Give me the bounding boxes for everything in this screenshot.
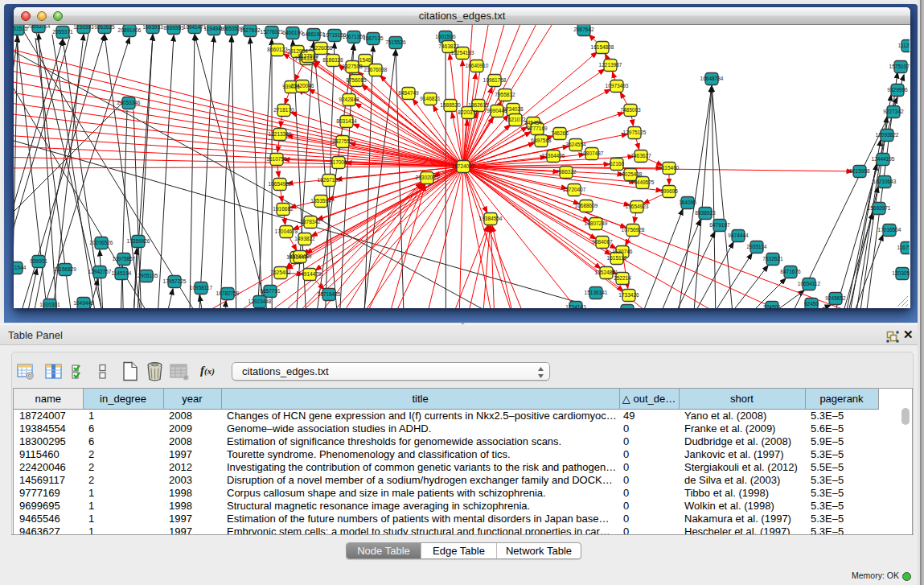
svg-text:16782759: 16782759	[216, 290, 240, 296]
svg-text:9827552: 9827552	[332, 138, 353, 144]
svg-text:2718170: 2718170	[273, 107, 294, 113]
svg-text:10688609: 10688609	[575, 203, 598, 208]
svg-text:20891406: 20891406	[118, 27, 142, 33]
svg-text:23226058: 23226058	[310, 45, 333, 51]
svg-text:10958117: 10958117	[190, 285, 213, 290]
svg-text:9262625: 9262625	[94, 25, 115, 30]
svg-text:1151515: 1151515	[14, 26, 28, 31]
svg-text:9146821: 9146821	[420, 96, 441, 101]
svg-text:10961758: 10961758	[483, 77, 507, 83]
svg-text:954512: 954512	[618, 307, 636, 308]
svg-text:1733426: 1733426	[618, 292, 639, 298]
svg-text:164095: 164095	[679, 200, 696, 205]
svg-text:1049449: 1049449	[73, 300, 94, 306]
svg-text:9327508: 9327508	[342, 64, 363, 69]
svg-text:15720407: 15720407	[563, 187, 586, 192]
svg-text:1112525: 1112525	[898, 43, 910, 48]
svg-text:9084067: 9084067	[592, 239, 613, 245]
svg-text:924501: 924501	[763, 304, 781, 308]
svg-text:12093822: 12093822	[876, 132, 899, 138]
svg-text:1610755: 1610755	[266, 156, 287, 162]
svg-text:8938923: 8938923	[695, 210, 716, 216]
svg-text:1615112: 1615112	[607, 255, 627, 261]
svg-text:12444195: 12444195	[872, 156, 895, 162]
svg-text:16648784: 16648784	[700, 76, 724, 81]
svg-text:1734143: 1734143	[565, 304, 586, 308]
svg-text:15276021: 15276021	[261, 29, 284, 35]
svg-text:117006: 117006	[330, 159, 347, 165]
svg-text:10654982: 10654982	[269, 181, 292, 187]
svg-text:11156829: 11156829	[54, 266, 76, 272]
svg-text:92450: 92450	[804, 301, 819, 307]
svg-text:10654112: 10654112	[798, 281, 821, 286]
svg-text:16640910: 16640910	[466, 63, 489, 68]
svg-text:10975857: 10975857	[113, 256, 136, 262]
svg-text:1001506: 1001506	[435, 34, 456, 39]
svg-text:746266: 746266	[551, 130, 569, 136]
svg-text:13449575: 13449575	[631, 179, 655, 185]
svg-text:10941471: 10941471	[183, 25, 207, 30]
svg-text:7625402: 7625402	[270, 270, 291, 275]
svg-text:3911544: 3911544	[14, 265, 27, 270]
svg-text:15136141: 15136141	[585, 290, 608, 295]
svg-text:1067135: 1067135	[363, 35, 384, 41]
svg-text:12213349: 12213349	[269, 131, 292, 137]
svg-text:23302035: 23302035	[416, 175, 439, 180]
svg-text:62160: 62160	[610, 161, 624, 167]
svg-text:9657791: 9657791	[260, 288, 281, 294]
svg-text:15751074: 15751074	[889, 64, 910, 69]
svg-text:20553714: 20553714	[27, 25, 51, 29]
svg-text:9474444: 9474444	[728, 233, 749, 238]
svg-text:10807487: 10807487	[581, 150, 604, 156]
svg-text:8471676: 8471676	[780, 269, 801, 274]
svg-text:13524851: 13524851	[595, 270, 618, 275]
svg-text:19654923: 19654923	[626, 204, 649, 209]
svg-text:1020301: 1020301	[39, 302, 60, 307]
svg-text:1203054: 1203054	[892, 270, 910, 276]
svg-text:17016504: 17016504	[878, 227, 901, 233]
svg-text:40099489: 40099489	[289, 253, 312, 259]
svg-text:12942757: 12942757	[88, 269, 112, 274]
svg-text:7632621: 7632621	[762, 256, 783, 262]
svg-text:9127509: 9127509	[298, 53, 318, 59]
svg-text:20053346: 20053346	[117, 100, 141, 105]
svg-text:8186328: 8186328	[322, 57, 343, 63]
svg-text:8939393: 8939393	[163, 25, 184, 31]
svg-text:1546: 1546	[359, 57, 372, 63]
svg-text:8031414: 8031414	[336, 118, 357, 124]
svg-text:2055371: 2055371	[52, 29, 73, 35]
svg-text:10025438: 10025438	[619, 171, 643, 177]
svg-text:2935114: 2935114	[747, 244, 767, 249]
svg-text:18267130: 18267130	[318, 177, 341, 183]
svg-text:1239393: 1239393	[73, 25, 94, 30]
svg-text:7955812: 7955812	[495, 92, 515, 97]
svg-text:545454: 545454	[524, 120, 542, 126]
svg-text:9227342: 9227342	[883, 109, 904, 114]
svg-text:9115460: 9115460	[659, 165, 680, 171]
svg-text:9329996: 9329996	[887, 87, 908, 93]
svg-text:23420046: 23420046	[291, 83, 314, 89]
svg-text:64661901: 64661901	[302, 31, 326, 37]
svg-text:9242848: 9242848	[339, 97, 359, 102]
svg-text:19384554: 19384554	[479, 216, 503, 221]
svg-text:8756085: 8756085	[346, 77, 367, 83]
svg-text:3878342: 3878342	[300, 219, 321, 225]
svg-text:10973493: 10973493	[606, 83, 629, 89]
svg-text:939001: 939001	[30, 258, 47, 264]
svg-text:18807249: 18807249	[585, 220, 608, 226]
svg-text:9734028: 9734028	[503, 106, 524, 112]
svg-text:7986322: 7986322	[556, 169, 577, 175]
svg-text:12905135: 12905135	[135, 273, 158, 278]
svg-text:8454749: 8454749	[398, 90, 419, 96]
svg-text:252214: 252214	[614, 275, 631, 281]
svg-text:1621072: 1621072	[505, 117, 526, 122]
svg-text:9245652: 9245652	[825, 295, 846, 301]
svg-text:3624554: 3624554	[565, 142, 586, 147]
svg-text:1120746: 1120746	[613, 249, 633, 254]
svg-text:17004678: 17004678	[275, 229, 298, 234]
svg-text:10756928: 10756928	[622, 227, 645, 233]
svg-text:699695: 699695	[660, 188, 678, 194]
svg-text:12923448: 12923448	[248, 299, 272, 304]
svg-text:1145194: 1145194	[112, 270, 132, 276]
svg-text:14914479: 14914479	[298, 271, 322, 277]
